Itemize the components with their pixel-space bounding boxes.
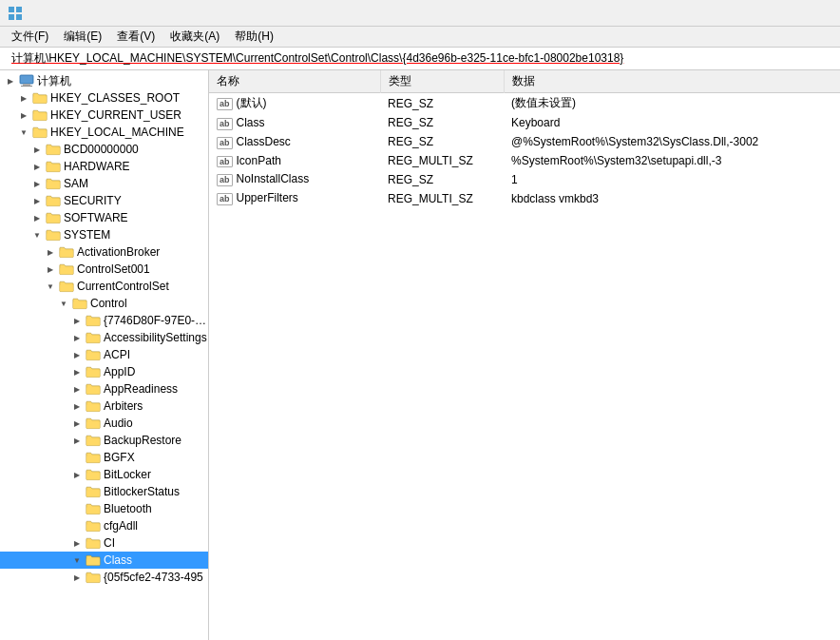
tree-item[interactable]: ▶ ACPI (0, 346, 208, 363)
tree-toggle-icon[interactable]: ▶ (70, 382, 84, 396)
values-table: 名称类型数据 ab(默认)REG_SZ(数值未设置)abClassREG_SZK… (209, 70, 840, 208)
tree-toggle-icon[interactable]: ▶ (70, 365, 84, 378)
table-row[interactable]: abClassDescREG_SZ@%SystemRoot%\System32\… (209, 132, 840, 151)
folder-icon (59, 262, 74, 276)
tree-item[interactable]: BitlockerStatus (0, 483, 208, 500)
tree-item[interactable]: ▶ HKEY_CURRENT_USER (0, 107, 208, 124)
tree-item[interactable]: ▼ Control (0, 295, 208, 312)
folder-icon (86, 502, 101, 515)
tree-item[interactable]: Bluetooth (0, 500, 208, 517)
tree-item[interactable]: ▼ SYSTEM (0, 226, 208, 243)
tree-item[interactable]: BGFX (0, 449, 208, 466)
tree-item[interactable]: ▼ Class (0, 552, 208, 569)
value-type-icon: ab (217, 174, 233, 186)
tree-item[interactable]: ▶ {05f5cfe2-4733-495 (0, 569, 208, 586)
table-row[interactable]: abUpperFiltersREG_MULTI_SZkbdclass vmkbd… (209, 189, 840, 208)
menu-item-F[interactable]: 文件(F) (4, 27, 56, 47)
tree-item[interactable]: cfgAdll (0, 517, 208, 534)
tree-item[interactable]: ▶ AppReadiness (0, 380, 208, 398)
folder-icon (86, 485, 101, 498)
menu-item-V[interactable]: 查看(V) (109, 27, 162, 47)
value-type: REG_SZ (380, 93, 504, 114)
tree-toggle-icon[interactable]: ▶ (70, 571, 84, 584)
tree-toggle-icon[interactable]: ▶ (30, 143, 44, 156)
tree-item-label: SAM (64, 177, 88, 190)
value-data: %SystemRoot%\System32\setupapi.dll,-3 (504, 151, 840, 170)
table-row[interactable]: abNoInstallClassREG_SZ1 (209, 170, 840, 189)
tree-toggle-icon[interactable]: ▶ (30, 177, 44, 190)
tree-toggle-icon[interactable]: ▶ (70, 399, 84, 413)
table-row[interactable]: abClassREG_SZKeyboard (209, 114, 840, 133)
tree-item[interactable]: ▶ AccessibilitySettings (0, 329, 208, 346)
tree-item[interactable]: ▼ CurrentControlSet (0, 278, 208, 295)
tree-item-label: Bluetooth (104, 502, 152, 515)
tree-item[interactable]: ▶ HARDWARE (0, 158, 208, 175)
tree-toggle-icon[interactable]: ▼ (70, 553, 84, 567)
tree-toggle-icon[interactable]: ▶ (70, 536, 84, 550)
tree-toggle-icon[interactable]: ▶ (44, 245, 57, 259)
folder-icon (46, 211, 61, 224)
tree-toggle-icon[interactable]: ▶ (30, 194, 44, 207)
value-data: @%SystemRoot%\System32\SysClass.Dll,-300… (504, 132, 840, 151)
column-header-2[interactable]: 数据 (504, 70, 840, 93)
menu-bar: 文件(F)编辑(E)查看(V)收藏夹(A)帮助(H) (0, 27, 840, 48)
tree-item[interactable]: ▶ BitLocker (0, 466, 208, 483)
table-row[interactable]: ab(默认)REG_SZ(数值未设置) (209, 93, 840, 114)
tree-toggle-icon[interactable]: ▶ (17, 108, 30, 122)
tree-toggle-icon[interactable]: ▼ (44, 280, 57, 293)
value-type-icon: ab (217, 118, 233, 130)
tree-item-label: SECURITY (64, 194, 122, 207)
tree-item[interactable]: ▶ AppID (0, 363, 208, 380)
tree-item-label: AppReadiness (104, 382, 178, 396)
tree-toggle-icon[interactable]: ▶ (70, 348, 84, 361)
menu-item-H[interactable]: 帮助(H) (227, 27, 281, 47)
table-row[interactable]: abIconPathREG_MULTI_SZ%SystemRoot%\Syste… (209, 151, 840, 170)
values-header[interactable]: 名称类型数据 (209, 70, 840, 93)
tree-item[interactable]: ▶ BCD00000000 (0, 141, 208, 158)
tree-toggle-icon[interactable]: ▶ (44, 262, 57, 276)
menu-item-A[interactable]: 收藏夹(A) (162, 27, 227, 47)
column-header-1[interactable]: 类型 (380, 70, 504, 93)
tree-item-label: SOFTWARE (64, 211, 128, 224)
tree-item[interactable]: ▶ SECURITY (0, 192, 208, 209)
tree-item[interactable]: ▶ Arbiters (0, 398, 208, 415)
tree-item[interactable]: ▶ ControlSet001 (0, 261, 208, 278)
tree-toggle-icon[interactable]: ▶ (30, 160, 44, 173)
tree-toggle-icon[interactable]: ▼ (30, 228, 44, 242)
folder-icon (46, 143, 61, 156)
tree-item[interactable]: ▶计算机 (0, 72, 208, 89)
tree-toggle-icon[interactable]: ▼ (17, 126, 30, 139)
svg-rect-2 (9, 14, 14, 20)
tree-item[interactable]: ▼ HKEY_LOCAL_MACHINE (0, 124, 208, 141)
tree-toggle-icon[interactable]: ▶ (70, 434, 84, 447)
tree-toggle-icon[interactable]: ▶ (70, 331, 84, 344)
tree-item-label: Control (90, 297, 127, 310)
tree-item[interactable]: ▶ CI (0, 534, 208, 552)
tree-item[interactable]: ▶ HKEY_CLASSES_ROOT (0, 89, 208, 107)
tree-item[interactable]: ▶ Audio (0, 415, 208, 432)
tree-item[interactable]: ▶ ActivationBroker (0, 243, 208, 261)
svg-rect-6 (21, 86, 32, 87)
tree-item[interactable]: ▶ SOFTWARE (0, 209, 208, 226)
tree-item[interactable]: ▶ SAM (0, 175, 208, 192)
value-type: REG_SZ (380, 132, 504, 151)
menu-item-E[interactable]: 编辑(E) (56, 27, 109, 47)
tree-toggle-icon[interactable]: ▶ (30, 211, 44, 224)
column-header-0[interactable]: 名称 (209, 70, 380, 93)
tree-item[interactable]: ▶ {7746D80F-97E0-4E26 (0, 312, 208, 329)
folder-icon (86, 451, 101, 464)
address-bar[interactable]: 计算机\HKEY_LOCAL_MACHINE\SYSTEM\CurrentCon… (0, 48, 840, 70)
tree-item-label: BCD00000000 (64, 143, 139, 156)
tree-toggle-icon[interactable]: ▶ (70, 468, 84, 481)
folder-icon (86, 331, 101, 344)
main-area: ▶计算机▶ HKEY_CLASSES_ROOT▶ HKEY_CURRENT_US… (0, 70, 840, 640)
tree-toggle-icon[interactable]: ▶ (70, 417, 84, 430)
tree-toggle-icon[interactable]: ▶ (17, 91, 30, 105)
tree-item[interactable]: ▶ BackupRestore (0, 432, 208, 449)
folder-icon (86, 348, 101, 361)
tree-toggle-icon[interactable]: ▼ (57, 297, 70, 310)
tree-toggle-icon[interactable]: ▶ (70, 314, 84, 327)
tree-panel[interactable]: ▶计算机▶ HKEY_CLASSES_ROOT▶ HKEY_CURRENT_US… (0, 70, 209, 640)
values-panel[interactable]: 名称类型数据 ab(默认)REG_SZ(数值未设置)abClassREG_SZK… (209, 70, 840, 640)
tree-toggle-icon[interactable]: ▶ (4, 74, 17, 87)
